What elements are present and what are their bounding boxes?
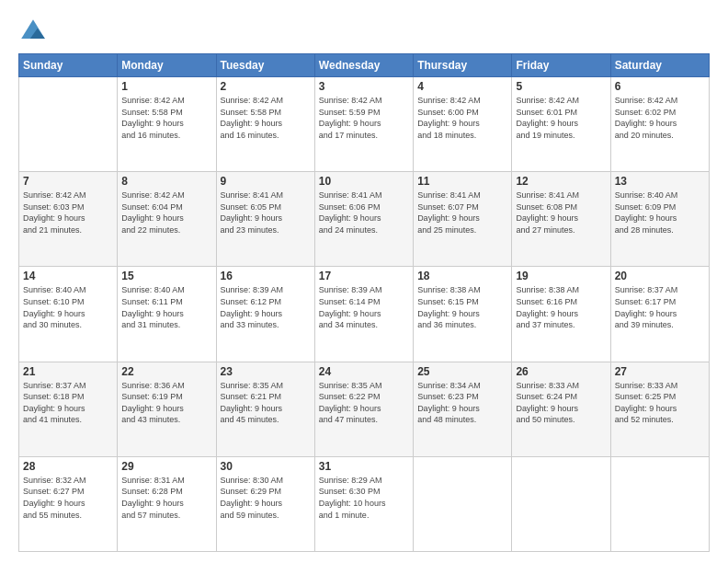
day-info: Sunrise: 8:42 AM Sunset: 6:04 PM Dayligh… — [121, 190, 211, 236]
calendar-cell: 30Sunrise: 8:30 AM Sunset: 6:29 PM Dayli… — [216, 456, 314, 551]
calendar-cell: 23Sunrise: 8:35 AM Sunset: 6:21 PM Dayli… — [216, 362, 314, 456]
day-number: 1 — [121, 80, 211, 93]
calendar-cell — [512, 456, 610, 551]
calendar-cell: 13Sunrise: 8:40 AM Sunset: 6:09 PM Dayli… — [610, 172, 709, 267]
calendar-cell: 21Sunrise: 8:37 AM Sunset: 6:18 PM Dayli… — [19, 362, 118, 456]
day-info: Sunrise: 8:41 AM Sunset: 6:05 PM Dayligh… — [221, 190, 311, 236]
day-number: 12 — [516, 175, 606, 188]
day-info: Sunrise: 8:38 AM Sunset: 6:16 PM Dayligh… — [516, 284, 606, 330]
day-info: Sunrise: 8:35 AM Sunset: 6:21 PM Dayligh… — [221, 380, 311, 426]
calendar-cell: 17Sunrise: 8:39 AM Sunset: 6:14 PM Dayli… — [314, 267, 413, 362]
day-number: 20 — [615, 270, 705, 282]
calendar-cell: 11Sunrise: 8:41 AM Sunset: 6:07 PM Dayli… — [414, 172, 512, 267]
week-row-4: 21Sunrise: 8:37 AM Sunset: 6:18 PM Dayli… — [19, 362, 710, 456]
day-number: 13 — [615, 175, 705, 188]
calendar-cell: 28Sunrise: 8:32 AM Sunset: 6:27 PM Dayli… — [19, 456, 118, 551]
day-info: Sunrise: 8:40 AM Sunset: 6:10 PM Dayligh… — [23, 284, 113, 330]
day-info: Sunrise: 8:40 AM Sunset: 6:09 PM Dayligh… — [615, 190, 705, 236]
week-row-5: 28Sunrise: 8:32 AM Sunset: 6:27 PM Dayli… — [19, 456, 710, 551]
day-number: 31 — [319, 460, 409, 473]
day-info: Sunrise: 8:41 AM Sunset: 6:08 PM Dayligh… — [516, 190, 606, 236]
day-number: 30 — [221, 460, 311, 473]
calendar-cell: 22Sunrise: 8:36 AM Sunset: 6:19 PM Dayli… — [118, 362, 216, 456]
day-info: Sunrise: 8:35 AM Sunset: 6:22 PM Dayligh… — [319, 380, 409, 426]
calendar-cell: 3Sunrise: 8:42 AM Sunset: 5:59 PM Daylig… — [314, 77, 413, 172]
header-row: SundayMondayTuesdayWednesdayThursdayFrid… — [19, 54, 710, 77]
day-number: 23 — [221, 365, 311, 378]
day-number: 17 — [319, 270, 409, 282]
day-info: Sunrise: 8:32 AM Sunset: 6:27 PM Dayligh… — [23, 475, 113, 521]
day-number: 8 — [121, 175, 211, 188]
calendar-cell: 20Sunrise: 8:37 AM Sunset: 6:17 PM Dayli… — [610, 267, 709, 362]
header-monday: Monday — [118, 54, 216, 77]
day-number: 2 — [221, 80, 311, 93]
calendar-table: SundayMondayTuesdayWednesdayThursdayFrid… — [18, 53, 710, 552]
header — [18, 17, 710, 46]
calendar-cell: 27Sunrise: 8:33 AM Sunset: 6:25 PM Dayli… — [610, 362, 709, 456]
day-number: 7 — [23, 175, 113, 188]
day-number: 19 — [516, 270, 606, 282]
day-info: Sunrise: 8:30 AM Sunset: 6:29 PM Dayligh… — [221, 475, 311, 521]
calendar-cell: 25Sunrise: 8:34 AM Sunset: 6:23 PM Dayli… — [414, 362, 512, 456]
day-number: 15 — [121, 270, 211, 282]
day-info: Sunrise: 8:39 AM Sunset: 6:14 PM Dayligh… — [319, 284, 409, 330]
day-number: 27 — [615, 365, 705, 378]
day-number: 9 — [221, 175, 311, 188]
calendar-cell: 2Sunrise: 8:42 AM Sunset: 5:58 PM Daylig… — [216, 77, 314, 172]
header-sunday: Sunday — [19, 54, 118, 77]
calendar-cell: 4Sunrise: 8:42 AM Sunset: 6:00 PM Daylig… — [414, 77, 512, 172]
week-row-1: 1Sunrise: 8:42 AM Sunset: 5:58 PM Daylig… — [19, 77, 710, 172]
day-info: Sunrise: 8:42 AM Sunset: 5:58 PM Dayligh… — [121, 95, 211, 141]
calendar-cell: 16Sunrise: 8:39 AM Sunset: 6:12 PM Dayli… — [216, 267, 314, 362]
header-friday: Friday — [512, 54, 610, 77]
calendar-cell: 1Sunrise: 8:42 AM Sunset: 5:58 PM Daylig… — [118, 77, 216, 172]
calendar-cell: 26Sunrise: 8:33 AM Sunset: 6:24 PM Dayli… — [512, 362, 610, 456]
day-info: Sunrise: 8:42 AM Sunset: 6:01 PM Dayligh… — [516, 95, 606, 141]
day-info: Sunrise: 8:37 AM Sunset: 6:17 PM Dayligh… — [615, 284, 705, 330]
page: SundayMondayTuesdayWednesdayThursdayFrid… — [0, 0, 728, 563]
day-number: 3 — [319, 80, 409, 93]
day-number: 11 — [417, 175, 507, 188]
header-saturday: Saturday — [610, 54, 709, 77]
day-number: 22 — [121, 365, 211, 378]
day-info: Sunrise: 8:37 AM Sunset: 6:18 PM Dayligh… — [23, 380, 113, 426]
header-thursday: Thursday — [414, 54, 512, 77]
day-number: 29 — [121, 460, 211, 473]
calendar-cell: 19Sunrise: 8:38 AM Sunset: 6:16 PM Dayli… — [512, 267, 610, 362]
day-info: Sunrise: 8:34 AM Sunset: 6:23 PM Dayligh… — [417, 380, 507, 426]
logo — [18, 17, 51, 46]
day-number: 28 — [23, 460, 113, 473]
day-number: 26 — [516, 365, 606, 378]
calendar-cell: 14Sunrise: 8:40 AM Sunset: 6:10 PM Dayli… — [19, 267, 118, 362]
calendar-cell: 31Sunrise: 8:29 AM Sunset: 6:30 PM Dayli… — [314, 456, 413, 551]
calendar-cell: 18Sunrise: 8:38 AM Sunset: 6:15 PM Dayli… — [414, 267, 512, 362]
header-tuesday: Tuesday — [216, 54, 314, 77]
logo-icon — [18, 17, 48, 46]
day-info: Sunrise: 8:33 AM Sunset: 6:25 PM Dayligh… — [615, 380, 705, 426]
day-info: Sunrise: 8:41 AM Sunset: 6:07 PM Dayligh… — [417, 190, 507, 236]
day-info: Sunrise: 8:33 AM Sunset: 6:24 PM Dayligh… — [516, 380, 606, 426]
calendar-cell: 5Sunrise: 8:42 AM Sunset: 6:01 PM Daylig… — [512, 77, 610, 172]
day-info: Sunrise: 8:42 AM Sunset: 6:00 PM Dayligh… — [417, 95, 507, 141]
day-number: 24 — [319, 365, 409, 378]
day-number: 21 — [23, 365, 113, 378]
day-info: Sunrise: 8:42 AM Sunset: 5:58 PM Dayligh… — [221, 95, 311, 141]
day-number: 14 — [23, 270, 113, 282]
calendar-cell: 12Sunrise: 8:41 AM Sunset: 6:08 PM Dayli… — [512, 172, 610, 267]
calendar-cell: 15Sunrise: 8:40 AM Sunset: 6:11 PM Dayli… — [118, 267, 216, 362]
week-row-2: 7Sunrise: 8:42 AM Sunset: 6:03 PM Daylig… — [19, 172, 710, 267]
calendar-cell: 7Sunrise: 8:42 AM Sunset: 6:03 PM Daylig… — [19, 172, 118, 267]
day-number: 25 — [417, 365, 507, 378]
day-info: Sunrise: 8:41 AM Sunset: 6:06 PM Dayligh… — [319, 190, 409, 236]
day-info: Sunrise: 8:31 AM Sunset: 6:28 PM Dayligh… — [121, 475, 211, 521]
day-info: Sunrise: 8:29 AM Sunset: 6:30 PM Dayligh… — [319, 475, 409, 521]
calendar-cell — [610, 456, 709, 551]
day-number: 5 — [516, 80, 606, 93]
day-number: 18 — [417, 270, 507, 282]
calendar-cell: 8Sunrise: 8:42 AM Sunset: 6:04 PM Daylig… — [118, 172, 216, 267]
calendar-cell — [19, 77, 118, 172]
day-info: Sunrise: 8:36 AM Sunset: 6:19 PM Dayligh… — [121, 380, 211, 426]
day-number: 10 — [319, 175, 409, 188]
day-info: Sunrise: 8:38 AM Sunset: 6:15 PM Dayligh… — [417, 284, 507, 330]
calendar-cell: 9Sunrise: 8:41 AM Sunset: 6:05 PM Daylig… — [216, 172, 314, 267]
